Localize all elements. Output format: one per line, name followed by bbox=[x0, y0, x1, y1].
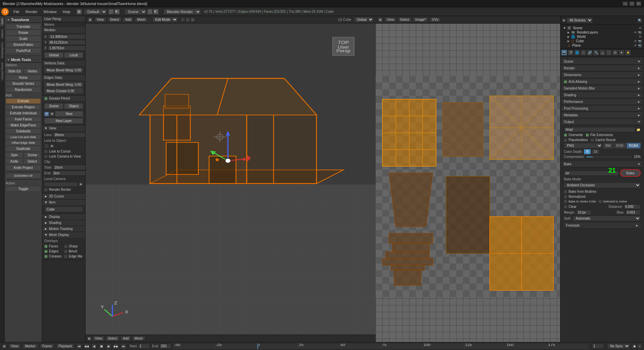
minimize-btn[interactable]: — bbox=[623, 1, 628, 6]
edit-mode-selector[interactable]: Edit Mode bbox=[152, 17, 178, 22]
output-browse-btn[interactable]: 📁 bbox=[636, 127, 641, 132]
tree-scene[interactable]: ▼ 🎬 Scene 👁 bbox=[561, 26, 643, 30]
clip-start-input[interactable] bbox=[53, 165, 86, 170]
extrude-individual-btn[interactable]: Extrude Individual bbox=[6, 110, 41, 116]
viewport-view-btn2[interactable]: View bbox=[93, 336, 105, 341]
viewport-mesh-btn[interactable]: Mesh bbox=[135, 17, 148, 22]
display-header[interactable]: ► Display bbox=[42, 214, 85, 220]
play-next-btn[interactable]: ▶▶ bbox=[113, 344, 119, 349]
sampled-motion-blur-header[interactable]: Sampled Motion Blur ► bbox=[562, 85, 643, 92]
edge-mode[interactable]: ⟋ bbox=[185, 17, 190, 22]
cache-result-cb[interactable] bbox=[591, 138, 594, 142]
duplicate-btn[interactable]: Duplicate bbox=[6, 146, 41, 152]
tab-world-icon[interactable]: 🌐 bbox=[574, 50, 580, 56]
compression-bar[interactable] bbox=[586, 156, 632, 158]
normalized-cb[interactable] bbox=[564, 195, 567, 198]
local-camera-field[interactable] bbox=[44, 182, 78, 187]
edge-ma-cb[interactable] bbox=[64, 255, 67, 258]
cd-16-btn[interactable]: 16 bbox=[591, 149, 600, 154]
layout-selector[interactable]: Default bbox=[84, 9, 107, 15]
frame-start-input[interactable] bbox=[138, 344, 150, 349]
transform-section-header[interactable]: ▼ Transform bbox=[6, 17, 41, 23]
y-input[interactable] bbox=[48, 40, 86, 45]
grease-pencil-checkbox[interactable] bbox=[44, 97, 48, 100]
timeline-frame-btn[interactable]: Frame bbox=[40, 344, 54, 349]
timeline-view-btn[interactable]: View bbox=[9, 344, 21, 349]
vtab-options[interactable]: Options bbox=[0, 27, 4, 41]
bw-btn[interactable]: BW bbox=[603, 143, 613, 149]
uv-view-btn[interactable]: View bbox=[384, 17, 396, 22]
object-tab-btn[interactable]: Object bbox=[64, 103, 83, 109]
tab-scene-icon[interactable]: 🎬 bbox=[568, 50, 574, 56]
viewport-3d[interactable]: TOP User Persp X Y Z bbox=[86, 23, 376, 335]
current-frame-input[interactable] bbox=[592, 344, 604, 349]
new-layer-btn[interactable]: New Layer bbox=[44, 118, 83, 124]
anti-aliasing-header[interactable]: Anti-Aliasing ► bbox=[562, 79, 643, 85]
bake-vertex-cb[interactable] bbox=[564, 200, 567, 203]
local-btn[interactable]: Local bbox=[64, 52, 83, 58]
timeline-playback-btn[interactable]: Playback bbox=[56, 344, 75, 349]
render-section-header[interactable]: Render ► bbox=[562, 65, 643, 71]
uv-uvs-btn[interactable]: UVs bbox=[430, 17, 441, 22]
anti-aliasing-cb[interactable] bbox=[564, 80, 567, 83]
output-path-input[interactable] bbox=[564, 127, 635, 132]
menu-window[interactable]: Window bbox=[41, 9, 59, 14]
bias-input[interactable] bbox=[626, 210, 641, 215]
view-header[interactable]: ▼ View bbox=[42, 125, 85, 131]
viewport-view-btn[interactable]: View bbox=[94, 17, 106, 22]
layout-add[interactable] bbox=[108, 9, 114, 14]
creases-cb[interactable] bbox=[44, 255, 48, 258]
menu-render[interactable]: Render bbox=[23, 9, 40, 14]
maximize-btn[interactable]: □ bbox=[629, 1, 635, 6]
performance-header[interactable]: Performance ► bbox=[562, 99, 643, 105]
lock-camera-cb[interactable] bbox=[44, 155, 48, 158]
lock-obj-field[interactable] bbox=[44, 144, 49, 149]
noise-btn[interactable]: Noise bbox=[6, 75, 41, 80]
tab-texture-icon[interactable]: ⊡ bbox=[612, 50, 618, 56]
clip-end-input[interactable] bbox=[52, 171, 86, 176]
render-border-cb[interactable] bbox=[44, 188, 48, 191]
extrude-region-btn[interactable]: Extrude Region bbox=[6, 104, 41, 110]
play-fwd-btn[interactable]: ▶ bbox=[106, 344, 111, 349]
bake-btn[interactable]: Bake bbox=[620, 169, 641, 177]
frame-end-input[interactable] bbox=[160, 344, 171, 349]
margin-input[interactable] bbox=[576, 210, 591, 215]
uv-canvas[interactable] bbox=[376, 23, 560, 342]
audio-btn[interactable]: ♪ bbox=[637, 344, 642, 349]
shrink-btn[interactable]: Shrink/Fatten bbox=[6, 42, 41, 48]
grease-pencil-header[interactable]: Grease Pencil bbox=[42, 96, 85, 101]
image-format-selector[interactable]: PNG bbox=[564, 143, 602, 149]
subdivide-btn[interactable]: Subdivide bbox=[6, 128, 41, 134]
bake-mode-selector[interactable]: Ambient Occlusion bbox=[564, 182, 641, 188]
randomize-btn[interactable]: Randomize bbox=[6, 87, 41, 93]
uv-select-btn[interactable]: Select bbox=[398, 17, 412, 22]
tab-modifier-icon[interactable]: 🔧 bbox=[593, 50, 599, 56]
vtab-tools[interactable]: Tools bbox=[0, 16, 4, 27]
placeholders-cb[interactable] bbox=[564, 138, 567, 142]
metadata-header[interactable]: Metadata ► bbox=[562, 112, 643, 118]
global-btn[interactable]: Global bbox=[44, 52, 63, 58]
play-start-btn[interactable]: ⏮ bbox=[76, 344, 82, 349]
scene-add[interactable] bbox=[147, 9, 153, 14]
select-btn[interactable]: Select bbox=[24, 159, 41, 164]
file-ext-cb[interactable] bbox=[586, 133, 589, 137]
smooth-vertex-btn[interactable]: Smooth Vertex bbox=[6, 81, 41, 86]
uv-image-btn[interactable]: Image* bbox=[413, 17, 428, 22]
viewport-add-btn[interactable]: Add bbox=[123, 17, 133, 22]
pushpull-btn[interactable]: Push/Pull bbox=[6, 48, 41, 54]
item-cube[interactable]: Cube bbox=[44, 207, 83, 212]
tree-plane[interactable]: ▱ Plane 👁 📷 bbox=[561, 43, 643, 48]
sharp-cb[interactable] bbox=[64, 245, 67, 248]
dimensions-section-header[interactable]: Dimensions ► bbox=[562, 72, 643, 78]
distance-input[interactable] bbox=[624, 204, 641, 209]
faces-cb[interactable] bbox=[44, 245, 48, 248]
vtab-shading[interactable]: Shading/UVs bbox=[0, 40, 4, 60]
tab-object-icon[interactable]: □ bbox=[580, 50, 586, 56]
viewport-add-btn2[interactable]: Add bbox=[120, 336, 131, 341]
shading-right-header[interactable]: Shading ► bbox=[562, 92, 643, 98]
tab-render-icon[interactable]: 📷 bbox=[561, 50, 567, 56]
menu-help[interactable]: Help bbox=[60, 9, 73, 14]
translate-btn[interactable]: Translate bbox=[6, 24, 41, 30]
post-processing-header[interactable]: Post Processing ► bbox=[562, 106, 643, 112]
close-btn[interactable]: ✕ bbox=[636, 1, 641, 6]
